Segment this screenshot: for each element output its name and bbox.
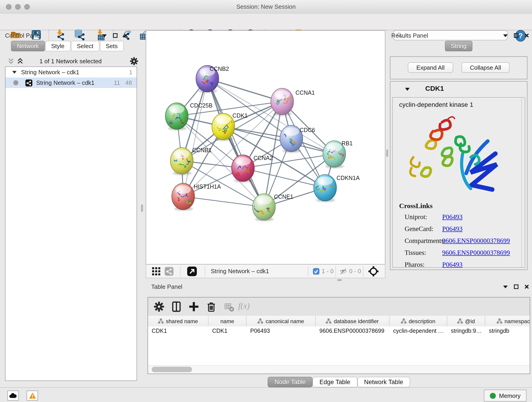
application-window: Session: New Session	[0, 0, 532, 402]
tree-expander-icon[interactable]	[12, 70, 17, 74]
results-gene-box: CDK1 cyclin-dependent kinase 1	[390, 81, 527, 270]
graph-edge[interactable]	[223, 127, 334, 154]
network-tree: String Network – cdk1 1 String Network –…	[5, 66, 137, 381]
hidden-eye-slash-icon[interactable]	[339, 268, 347, 275]
column-header-@id[interactable]: @id	[447, 316, 485, 326]
expand-all-button[interactable]: Expand All	[408, 62, 453, 73]
control-panel-window-buttons	[102, 33, 128, 38]
scrollbar-thumb[interactable]	[152, 367, 192, 372]
column-header-database-identifier[interactable]: database identifier	[316, 316, 389, 326]
share-view-icon[interactable]	[165, 267, 174, 276]
show-columns-icon[interactable]	[171, 301, 182, 312]
table-cell[interactable]: cyclin-dependent …	[389, 326, 447, 336]
selected-checkbox-icon[interactable]	[313, 268, 319, 274]
node-gloss	[174, 150, 190, 158]
collapse-all-button[interactable]: Collapse All	[462, 62, 510, 73]
control-tabs-style[interactable]: Style	[45, 41, 70, 51]
table-row[interactable]: CDK1CDK1P064939606.ENSP00000378699cyclin…	[148, 326, 530, 336]
crosslinks-list: Uniprot:P06493GeneCard:P06493Compartment…	[405, 213, 519, 273]
close-panel-icon[interactable]	[123, 33, 128, 38]
column-header-shared-name[interactable]: shared name	[148, 316, 209, 326]
crosslink-link[interactable]: 9606.ENSP00000378699	[442, 249, 510, 257]
gene-expander-icon[interactable]	[405, 87, 410, 91]
float-panel-icon[interactable]	[503, 33, 508, 38]
table-cell[interactable]: CDK1	[148, 326, 209, 336]
close-panel-icon[interactable]	[524, 33, 529, 38]
control-tabs-sets[interactable]: Sets	[100, 41, 123, 51]
warning-button[interactable]	[27, 390, 38, 401]
table-cell[interactable]: 9606.ENSP00000378699	[316, 326, 389, 336]
gene-symbol: CDK1	[425, 84, 444, 92]
results-scrollbar[interactable]	[521, 98, 525, 267]
table-cell[interactable]: CDK1	[209, 326, 247, 336]
table-horizontal-scrollbar[interactable]	[148, 365, 530, 374]
graph-edge[interactable]	[243, 168, 325, 188]
node-gloss	[235, 157, 251, 166]
node-gloss	[176, 185, 191, 194]
create-column-icon[interactable]	[188, 301, 199, 312]
column-header-description[interactable]: description	[389, 316, 447, 326]
cloud-button[interactable]	[7, 390, 19, 401]
column-tree-icon	[457, 319, 462, 324]
table-cell[interactable]: P06493	[247, 326, 316, 336]
node-gloss	[326, 143, 342, 151]
network-status-dot	[13, 80, 18, 85]
network-canvas[interactable]: CCNB2CCNA1CDC25BCDK1CDC6RB1CCNB1CCNA2CDK…	[146, 30, 385, 264]
table-tabs-network-table[interactable]: Network Table	[357, 377, 410, 387]
network-label: String Network – cdk1	[36, 79, 94, 86]
network-options-gear-icon[interactable]	[130, 57, 138, 65]
horizontal-splitter-handle[interactable]	[337, 279, 342, 281]
column-header-namespace[interactable]: namespace	[485, 316, 530, 326]
table-tabs-edge-table[interactable]: Edge Table	[312, 377, 357, 387]
results-buttons-box: Expand All Collapse All	[390, 56, 527, 79]
gene-details-box: cyclin-dependent kinase 1	[392, 97, 525, 268]
maximize-panel-icon[interactable]	[113, 33, 118, 38]
table-cell[interactable]: stringdb	[485, 326, 530, 336]
crosslink-row: Compartments:9606.ENSP00000378699	[405, 237, 519, 245]
node-label-cdc6: CDC6	[299, 127, 315, 133]
control-tabs-network[interactable]: Network	[11, 41, 45, 51]
column-tree-icon	[401, 319, 406, 324]
results-panel-window-buttons	[503, 33, 529, 38]
float-panel-icon[interactable]	[102, 33, 107, 38]
left-splitter-handle[interactable]	[141, 204, 143, 212]
results-tab-string[interactable]: String	[445, 41, 472, 51]
table-settings-gear-icon[interactable]	[153, 301, 165, 312]
memory-button[interactable]: Memory	[484, 390, 526, 402]
delete-column-icon[interactable]	[206, 301, 217, 312]
float-panel-icon[interactable]	[503, 285, 508, 289]
crosslink-link[interactable]: P06493	[442, 261, 462, 269]
column-tree-icon	[497, 319, 502, 324]
birdseye-crosshair-icon[interactable]	[368, 266, 379, 277]
graph-edge[interactable]	[183, 196, 264, 207]
delete-table-icon[interactable]	[224, 302, 234, 312]
gene-description: cyclin-dependent kinase 1	[399, 101, 525, 108]
import-network-from-database-icon[interactable]	[73, 29, 85, 41]
open-view-arrow-icon[interactable]	[187, 266, 197, 276]
crosslink-label: Uniprot:	[405, 213, 442, 221]
close-panel-icon[interactable]	[524, 284, 529, 289]
right-splitter-handle[interactable]	[386, 149, 388, 157]
table-tabs-node-table[interactable]: Node Table	[268, 377, 312, 387]
control-tabs-select[interactable]: Select	[71, 41, 99, 51]
crosslink-row: Uniprot:P06493	[405, 213, 519, 221]
control-panel-tabs: NetworkStyleSelectSets	[11, 41, 124, 51]
crosslink-row: Pharos:P06493	[405, 261, 519, 269]
maximize-panel-icon[interactable]	[514, 284, 519, 289]
maximize-panel-icon[interactable]	[514, 33, 519, 38]
network-collection-row[interactable]: String Network – cdk1 1	[6, 67, 137, 77]
import-network-icon[interactable]	[54, 29, 65, 41]
function-builder-icon[interactable]: f(x)	[238, 301, 250, 311]
network-view-title: String Network – cdk1	[211, 268, 269, 274]
crosslink-link[interactable]: P06493	[442, 225, 462, 233]
table-header-row: shared namenamecanonical namedatabase id…	[148, 316, 530, 327]
column-header-name[interactable]: name	[209, 316, 247, 326]
node-gloss	[169, 105, 185, 114]
crosslink-link[interactable]: 9606.ENSP00000378699	[442, 237, 510, 245]
crosslink-link[interactable]: P06493	[442, 213, 462, 221]
column-header-canonical-name[interactable]: canonical name	[247, 316, 316, 326]
table-cell[interactable]: stringdb:9…	[447, 326, 485, 336]
network-row[interactable]: String Network – cdk1 11 48	[6, 77, 137, 88]
grid-icon[interactable]	[152, 267, 160, 275]
memory-label: Memory	[499, 392, 520, 399]
